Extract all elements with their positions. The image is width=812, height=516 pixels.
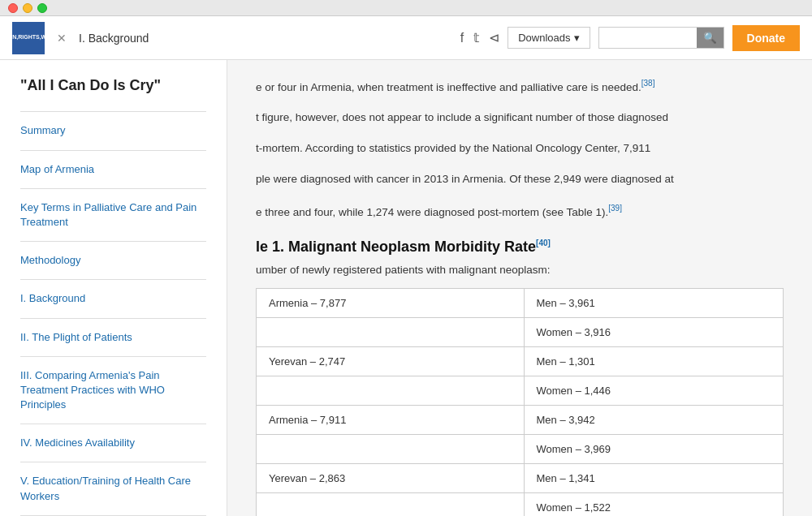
divider (20, 356, 206, 357)
divider (20, 462, 206, 462)
morbidity-table: Armenia – 7,877 Men – 3,961 Women – 3,91… (256, 288, 784, 516)
search-input[interactable] (599, 28, 697, 48)
window-chrome (0, 0, 812, 16)
row-0-loc: Armenia – 7,877 (257, 288, 525, 317)
search-icon: 🔍 (703, 32, 717, 44)
divider (20, 188, 206, 189)
table-row: Women – 3,916 (257, 317, 784, 346)
logo: HUMAN,RIGHTS,WATCH (12, 22, 45, 54)
table-caption: umber of newly registered patients with … (256, 264, 784, 276)
sidebar-item-background[interactable]: I. Background (20, 286, 206, 311)
row-3-val2: Women – 1,522 (524, 492, 783, 516)
main-layout: "All I Can Do Is Cry" Summary Map of Arm… (0, 60, 812, 516)
para-4: ple were diagnosed with cancer in 2013 i… (256, 170, 784, 189)
row-3-val1: Men – 1,341 (524, 463, 783, 492)
twitter-icon[interactable]: 𝕥 (473, 30, 479, 45)
table-row: Women – 1,446 (257, 376, 784, 405)
sidebar: "All I Can Do Is Cry" Summary Map of Arm… (0, 60, 227, 516)
row-1-loc: Yerevan – 2,747 (257, 346, 525, 376)
sidebar-item-medicines[interactable]: IV. Medicines Availability (20, 431, 206, 455)
row-0-empty (257, 317, 525, 346)
row-1-empty (257, 376, 525, 405)
divider (20, 424, 206, 424)
row-0-val2: Women – 3,916 (524, 317, 783, 346)
table-row: Women – 1,522 (257, 492, 784, 516)
downloads-button[interactable]: Downloads ▾ (508, 27, 590, 49)
para-1: e or four in Armenia, when treatment is … (256, 76, 784, 97)
close-button[interactable] (8, 3, 18, 13)
sidebar-item-plight[interactable]: II. The Plight of Patients (20, 325, 206, 350)
book-title: "All I Can Do Is Cry" (20, 76, 206, 95)
table-heading: le 1. Malignant Neoplasm Morbidity Rate[… (256, 239, 784, 256)
sidebar-item-key-terms[interactable]: Key Terms in Palliative Care and Pain Tr… (20, 196, 206, 234)
row-2-loc: Armenia – 7,911 (257, 405, 525, 434)
divider (20, 241, 206, 242)
para-5: e three and four, while 1,274 were diagn… (256, 201, 784, 221)
search-button[interactable]: 🔍 (697, 28, 723, 48)
para-2: t figure, however, does not appear to in… (256, 109, 784, 127)
para-3: t-mortem. According to statistics provid… (256, 140, 784, 158)
navbar: HUMAN,RIGHTS,WATCH ✕ I. Background f 𝕥 ⊲… (0, 16, 812, 60)
row-3-loc: Yerevan – 2,863 (257, 463, 525, 492)
maximize-button[interactable] (37, 3, 47, 13)
row-2-empty (257, 434, 525, 463)
table-row: Yerevan – 2,747 Men – 1,301 (257, 346, 784, 376)
row-2-val1: Men – 3,942 (524, 405, 783, 434)
table-row: Women – 3,969 (257, 434, 784, 463)
tab-close-icon[interactable]: ✕ (53, 32, 71, 45)
divider (20, 279, 206, 280)
row-1-val1: Men – 1,301 (524, 346, 783, 376)
sidebar-item-map[interactable]: Map of Armenia (20, 157, 206, 182)
share-icon[interactable]: ⊲ (489, 30, 499, 45)
row-2-val2: Women – 3,969 (524, 434, 783, 463)
table-row: Armenia – 7,911 Men – 3,942 (257, 405, 784, 434)
table-row: Yerevan – 2,863 Men – 1,341 (257, 463, 784, 492)
divider (20, 150, 206, 151)
row-0-val1: Men – 3,961 (524, 288, 783, 317)
divider (20, 111, 206, 112)
social-icons: f 𝕥 ⊲ (460, 30, 499, 45)
minimize-button[interactable] (23, 3, 32, 13)
donate-button[interactable]: Donate (732, 25, 800, 51)
divider (20, 318, 206, 319)
table-row: Armenia – 7,877 Men – 3,961 (257, 288, 784, 317)
downloads-label: Downloads (518, 32, 570, 44)
row-1-val2: Women – 1,446 (524, 376, 783, 405)
sidebar-item-comparing[interactable]: III. Comparing Armenia's Pain Treatment … (20, 363, 206, 418)
content-area: e or four in Armenia, when treatment is … (227, 60, 812, 516)
facebook-icon[interactable]: f (460, 31, 464, 45)
row-3-empty (257, 492, 525, 516)
search-bar: 🔍 (598, 27, 724, 49)
page-title: I. Background (79, 32, 452, 45)
sidebar-item-education[interactable]: V. Education/Training of Health Care Wor… (20, 469, 206, 508)
chevron-down-icon: ▾ (574, 32, 580, 44)
sidebar-item-methodology[interactable]: Methodology (20, 248, 206, 273)
sidebar-item-summary[interactable]: Summary (20, 118, 206, 143)
